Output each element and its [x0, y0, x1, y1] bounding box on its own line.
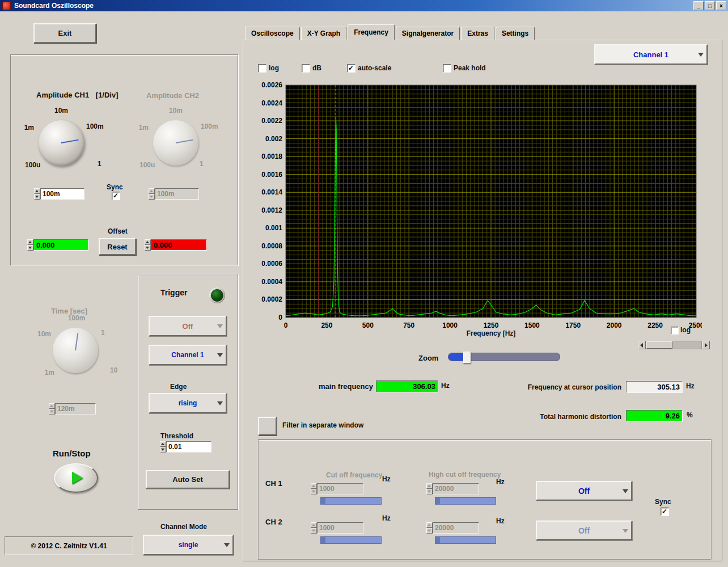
zoom-slider-thumb[interactable]: [463, 352, 471, 363]
filter-sync-label: Sync: [655, 498, 671, 506]
knob-tick-label: 1m: [41, 369, 54, 376]
window-controls: _ □ ×: [692, 1, 726, 10]
svg-text:2500: 2500: [689, 321, 702, 329]
ch2-cutoff-slider[interactable]: [320, 536, 382, 544]
spectrum-channel-value: Channel 1: [633, 50, 668, 59]
spinner-up-icon: [311, 522, 317, 528]
offset-ch2-spinner[interactable]: [145, 239, 151, 251]
svg-text:0.002: 0.002: [265, 135, 282, 143]
svg-text:0.001: 0.001: [265, 224, 282, 232]
amplitude-ch1-knob[interactable]: [39, 120, 84, 166]
log-checkbox[interactable]: [258, 64, 266, 73]
tab-extras[interactable]: Extras: [461, 27, 494, 40]
spinner-up-icon[interactable]: [34, 188, 40, 194]
cursor-frequency-label: Frequency at cursor position: [522, 383, 621, 391]
offset-reset-button[interactable]: Reset: [99, 238, 136, 255]
spinner-up-icon: [426, 522, 433, 528]
filter-window-button[interactable]: [258, 417, 277, 435]
tab-frequency[interactable]: Frequency: [348, 24, 395, 40]
amplitude-ch1-spinner[interactable]: [34, 188, 40, 200]
offset-ch1-display: 0.000: [33, 239, 88, 251]
spinner-up-icon[interactable]: [27, 239, 33, 245]
chevron-down-icon: [623, 529, 628, 533]
graph-log-checkbox[interactable]: [671, 327, 679, 335]
channel-mode-dropdown[interactable]: single: [143, 535, 234, 555]
ch1-high-cutoff-spinner: [426, 483, 433, 494]
threshold-spinner[interactable]: [160, 441, 166, 452]
auto-set-button[interactable]: Auto Set: [146, 470, 230, 489]
trigger-source-dropdown[interactable]: Channel 1: [149, 345, 227, 365]
amplitude-ch1-title-text: Amplitude CH1: [36, 91, 89, 99]
threshold-label: Threshold: [160, 432, 193, 440]
amplitude-ch1-value-field[interactable]: [40, 188, 84, 200]
svg-text:2000: 2000: [607, 321, 622, 329]
sync-label: Sync: [107, 183, 123, 191]
thd-display: 9.26: [626, 410, 683, 422]
spectrum-channel-dropdown[interactable]: Channel 1: [594, 44, 708, 65]
amplitude-ch2-knob: [153, 120, 198, 166]
spinner-down-icon[interactable]: [145, 245, 151, 251]
ch1-filter-mode-dropdown[interactable]: Off: [536, 481, 632, 501]
time-spinner: [49, 403, 55, 414]
restore-button[interactable]: □: [705, 1, 715, 10]
amplitude-ch1-title: Amplitude CH1 [1/Div]: [36, 91, 118, 99]
spinner-up-icon[interactable]: [160, 441, 166, 447]
close-button[interactable]: ×: [716, 1, 726, 10]
scroll-left-icon[interactable]: [638, 341, 646, 349]
db-checkbox-label: dB: [312, 64, 321, 72]
knob-tick-label: 1m: [16, 124, 34, 132]
ch1-cutoff-slider[interactable]: [320, 497, 382, 505]
svg-text:0.0016: 0.0016: [261, 171, 282, 179]
time-value-field: [55, 403, 96, 414]
ch2-high-cutoff-unit: Hz: [496, 517, 505, 525]
run-stop-button[interactable]: [54, 463, 98, 493]
filter-ch2-label: CH 2: [265, 518, 282, 526]
filter-sync-checkbox[interactable]: [661, 507, 669, 516]
tab-settings[interactable]: Settings: [496, 27, 535, 40]
tab-oscilloscope[interactable]: Oscilloscope: [245, 27, 300, 40]
time-knob: [53, 328, 98, 373]
amplitude-ch2-value-field: [155, 188, 199, 200]
threshold-value-field[interactable]: [166, 441, 211, 452]
scrollbar-track[interactable]: [646, 341, 702, 349]
graph-horizontal-scrollbar[interactable]: [638, 341, 710, 349]
exit-button[interactable]: Exit: [33, 23, 96, 43]
spinner-up-icon: [426, 483, 433, 489]
peak-hold-checkbox[interactable]: [443, 64, 451, 73]
knob-tick-label: 1m: [130, 124, 149, 132]
ch2-high-cutoff-slider[interactable]: [435, 536, 496, 544]
cutoff-frequency-label: Cut off frequency: [326, 471, 382, 479]
scroll-right-icon[interactable]: [702, 341, 710, 349]
spinner-down-icon[interactable]: [34, 194, 40, 200]
svg-text:0: 0: [278, 314, 282, 321]
trigger-edge-dropdown[interactable]: rising: [149, 393, 227, 413]
ch1-cutoff-unit: Hz: [382, 475, 391, 483]
knob-pointer: [176, 139, 193, 143]
knob-tick-label: 100m: [201, 122, 226, 130]
svg-text:0.0002: 0.0002: [261, 295, 282, 303]
amplitude-sync-checkbox[interactable]: [112, 192, 120, 200]
ch1-high-cutoff-slider[interactable]: [435, 497, 496, 505]
zoom-slider[interactable]: [448, 353, 560, 361]
auto-scale-checkbox[interactable]: [347, 64, 355, 73]
svg-text:1750: 1750: [565, 321, 581, 329]
spinner-down-icon[interactable]: [27, 245, 33, 251]
svg-text:1500: 1500: [524, 321, 540, 329]
minimize-button[interactable]: _: [693, 1, 704, 10]
svg-text:0.0012: 0.0012: [261, 206, 282, 214]
knob-tick-label: 100u: [139, 161, 160, 169]
db-checkbox[interactable]: [302, 64, 310, 73]
svg-text:0.0026: 0.0026: [261, 82, 282, 89]
tab-signalgenerator[interactable]: Signalgenerator: [396, 27, 460, 40]
copyright-box: © 2012 C. Zeitnitz V1.41: [5, 536, 133, 555]
tab-xy-graph[interactable]: X-Y Graph: [301, 27, 346, 40]
svg-text:0.0004: 0.0004: [261, 278, 282, 286]
spinner-down-icon[interactable]: [160, 447, 166, 452]
spinner-up-icon[interactable]: [145, 239, 151, 245]
window-titlebar[interactable]: Soundcard Oszilloscope _ □ ×: [0, 0, 728, 11]
ch2-filter-mode-value: Off: [578, 526, 590, 535]
knob-pointer: [61, 139, 79, 143]
frequency-spectrum-chart[interactable]: 00.00020.00040.00060.00080.0010.00120.00…: [254, 82, 702, 334]
offset-ch1-spinner[interactable]: [27, 239, 33, 251]
scrollbar-thumb[interactable]: [646, 341, 672, 349]
